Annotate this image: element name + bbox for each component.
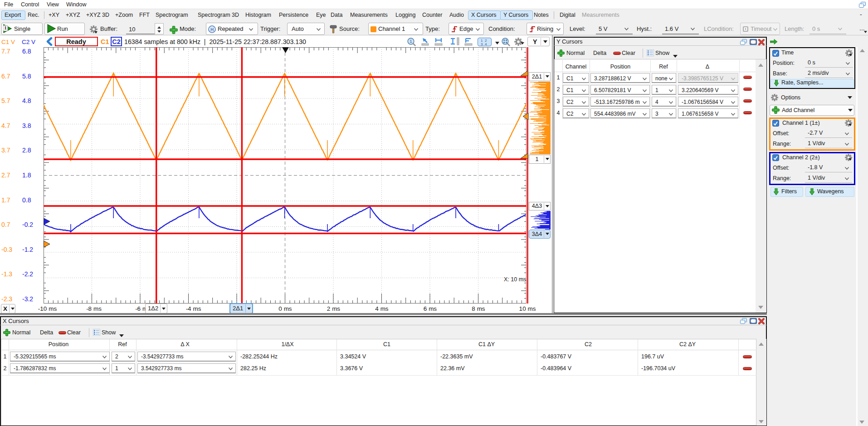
svg-text:X: 10 ms: X: 10 ms — [504, 276, 526, 283]
svg-text:H: H — [210, 27, 214, 32]
svg-text:3: 3 — [481, 42, 483, 45]
svg-text:1: 1 — [410, 39, 412, 44]
svg-text:4: 4 — [485, 42, 487, 45]
svg-text:1: 1 — [4, 25, 7, 30]
